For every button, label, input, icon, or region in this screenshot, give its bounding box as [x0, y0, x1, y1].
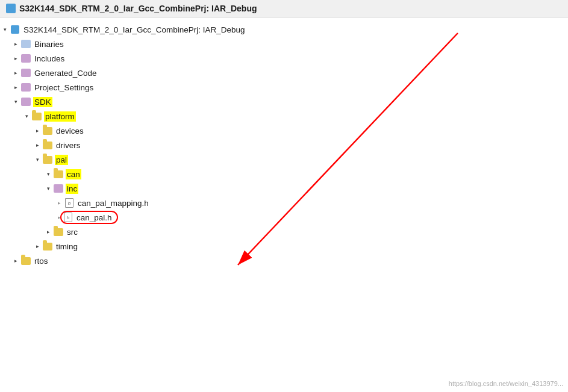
sdk-toggle[interactable]: [11, 97, 20, 107]
title-bar: S32K144_SDK_RTM_2_0_Iar_Gcc_CombinePrj: …: [0, 0, 568, 17]
tree-item-includes[interactable]: Includes: [0, 51, 568, 66]
can-pal-h-circle: can_pal.h: [60, 211, 118, 224]
includes-icon: [20, 53, 31, 64]
timing-label: timing: [55, 242, 78, 251]
devices-toggle[interactable]: [33, 126, 42, 135]
src-toggle[interactable]: [43, 227, 53, 237]
can-pal-mapping-label: can_pal_mapping.h: [76, 199, 149, 208]
pal-toggle[interactable]: [33, 155, 42, 164]
root-label: S32K144_SDK_RTM_2_0_Iar_Gcc_CombinePrj: …: [22, 25, 245, 34]
tree-item-timing[interactable]: timing: [0, 239, 568, 254]
tree-root[interactable]: S32K144_SDK_RTM_2_0_Iar_Gcc_CombinePrj: …: [0, 22, 568, 37]
tree-item-devices[interactable]: devices: [0, 123, 568, 138]
platform-toggle[interactable]: [22, 111, 31, 121]
tree-item-sdk[interactable]: SDK: [0, 95, 568, 109]
can-toggle[interactable]: [43, 169, 53, 179]
tree-item-inc[interactable]: inc: [0, 181, 568, 196]
inc-toggle[interactable]: [43, 184, 53, 193]
main-window: S32K144_SDK_RTM_2_0_Iar_Gcc_CombinePrj: …: [0, 0, 568, 392]
binaries-icon: [20, 39, 31, 49]
can-label: can: [66, 169, 81, 179]
drivers-icon: [42, 140, 53, 151]
tree-item-rtos[interactable]: rtos: [0, 254, 568, 268]
tree-item-pal[interactable]: pal: [0, 152, 568, 167]
sdk-label: SDK: [33, 97, 52, 107]
devices-label: devices: [55, 126, 84, 135]
includes-label: Includes: [33, 54, 64, 63]
rtos-icon: [20, 255, 31, 266]
tree-item-generated-code[interactable]: Generated_Code: [0, 66, 568, 80]
platform-label: platform: [44, 111, 76, 122]
timing-toggle[interactable]: [33, 241, 42, 251]
root-icon: [10, 24, 20, 35]
tree-item-src[interactable]: src: [0, 225, 568, 239]
project-settings-toggle[interactable]: [11, 82, 20, 92]
generated-code-toggle[interactable]: [11, 68, 20, 78]
tree-item-drivers[interactable]: drivers: [0, 138, 568, 152]
devices-icon: [42, 125, 53, 136]
drivers-label: drivers: [55, 141, 81, 150]
can-pal-h-icon: [63, 212, 73, 223]
includes-toggle[interactable]: [11, 54, 20, 63]
rtos-toggle[interactable]: [11, 256, 20, 266]
title-icon: [6, 4, 16, 13]
can-pal-h-label: can_pal.h: [75, 213, 112, 222]
can-pal-mapping-icon: [64, 198, 75, 208]
tree-item-can[interactable]: can: [0, 167, 568, 181]
project-settings-icon: [20, 82, 31, 93]
root-toggle[interactable]: [0, 25, 10, 34]
project-settings-label: Project_Settings: [33, 83, 93, 92]
watermark: https://blog.csdn.net/weixin_4313979...: [449, 380, 563, 387]
can-pal-mapping-toggle[interactable]: [54, 198, 64, 208]
tree-item-binaries[interactable]: Binaries: [0, 37, 568, 51]
binaries-label: Binaries: [33, 40, 64, 49]
window-title: S32K144_SDK_RTM_2_0_Iar_Gcc_CombinePrj: …: [19, 4, 257, 13]
tree-item-can-pal-h[interactable]: can_pal.h: [0, 210, 568, 225]
rtos-label: rtos: [33, 257, 48, 266]
generated-code-icon: [20, 67, 31, 78]
timing-icon: [42, 241, 53, 252]
generated-code-label: Generated_Code: [33, 69, 97, 78]
tree-container[interactable]: S32K144_SDK_RTM_2_0_Iar_Gcc_CombinePrj: …: [0, 17, 568, 388]
can-icon: [53, 169, 64, 179]
inc-label: inc: [66, 184, 78, 194]
pal-icon: [42, 154, 53, 165]
src-label: src: [66, 228, 78, 237]
tree-item-project-settings[interactable]: Project_Settings: [0, 80, 568, 95]
pal-label: pal: [55, 155, 68, 165]
tree-item-platform[interactable]: platform: [0, 109, 568, 123]
drivers-toggle[interactable]: [33, 140, 42, 150]
inc-icon: [53, 183, 64, 194]
sdk-icon: [20, 96, 31, 107]
tree-item-can-pal-mapping[interactable]: can_pal_mapping.h: [0, 196, 568, 210]
platform-icon: [31, 111, 42, 122]
binaries-toggle[interactable]: [11, 39, 20, 49]
src-icon: [53, 226, 64, 237]
